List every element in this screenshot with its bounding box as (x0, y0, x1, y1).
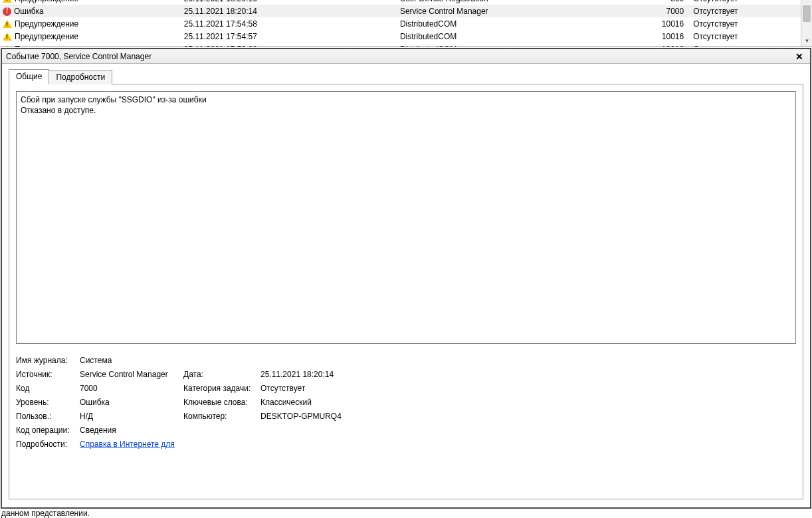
value-log-name: Система (80, 356, 427, 365)
value-task-cat: Отсутствует (260, 384, 427, 393)
scroll-down-button[interactable]: ▼ (801, 35, 812, 47)
value-keywords: Классический (260, 398, 427, 407)
event-list-pane: Предупреждение25.11.2021 18:20:16User De… (0, 0, 812, 47)
value-opcode: Сведения (80, 426, 427, 435)
error-icon (3, 7, 11, 16)
value-computer: DESKTOP-GPMURQ4 (260, 412, 427, 421)
cell-level: Предупреждение (15, 32, 78, 41)
cell-level: Предупреждение (15, 0, 78, 3)
label-opcode: Код операции: (16, 426, 76, 435)
cell-task: Отсутствует (686, 0, 812, 5)
cell-date: 25.11.2021 17:53:02 (181, 43, 397, 47)
cell-level: Предупреждение (15, 19, 78, 29)
cell-task: Отсутствует (686, 17, 812, 30)
cell-source: DistributedCOM (397, 30, 655, 43)
label-more-info: Подробности: (16, 440, 76, 449)
warning-icon (3, 33, 12, 41)
warning-icon (3, 45, 12, 48)
description-line: Отказано в доступе. (21, 105, 791, 116)
cell-date: 25.11.2021 18:20:16 (181, 0, 397, 5)
cell-date: 25.11.2021 18:20:14 (181, 5, 397, 17)
detail-title: Событие 7000, Service Control Manager (6, 52, 152, 61)
label-event-id: Код (16, 384, 76, 393)
cell-task: Отсутствует (686, 5, 812, 17)
cell-event-id: 10016 (655, 43, 686, 47)
cell-source: DistributedCOM (397, 43, 655, 47)
tab-body: Сбой при запуске службы "SSGDIO" из-за о… (9, 84, 803, 499)
label-keywords: Ключевые слова: (183, 398, 256, 407)
table-row[interactable]: Предупреждение25.11.2021 17:54:58Distrib… (0, 17, 812, 30)
cell-task: Отсутствует (686, 43, 812, 47)
event-table[interactable]: Предупреждение25.11.2021 18:20:16User De… (0, 0, 812, 47)
value-source: Service Control Manager (80, 370, 179, 379)
event-description: Сбой при запуске службы "SSGDIO" из-за о… (16, 91, 796, 344)
label-task-cat: Категория задачи: (183, 384, 256, 393)
tab-strip: Общие Подробности (2, 64, 810, 84)
warning-icon (3, 20, 12, 28)
cell-source: Service Control Manager (397, 5, 655, 17)
event-properties: Имя журнала: Система Источник: Service C… (16, 356, 796, 449)
event-detail-pane: Событие 7000, Service Control Manager ✕ … (1, 48, 811, 509)
value-more-info: Справка в Интернете для (80, 440, 427, 449)
cell-source: User Device Registration (397, 0, 655, 5)
value-user: Н/Д (80, 412, 179, 421)
cell-event-id: 10016 (655, 17, 686, 30)
table-row[interactable]: Предупреждение25.11.2021 18:20:16User De… (0, 0, 812, 5)
cell-date: 25.11.2021 17:54:57 (181, 30, 397, 43)
label-source: Источник: (16, 370, 76, 379)
tab-general[interactable]: Общие (9, 69, 49, 84)
help-online-link[interactable]: Справка в Интернете для (80, 440, 175, 449)
scrollbar[interactable]: ▲ ▼ (801, 0, 812, 47)
cell-source: DistributedCOM (397, 17, 655, 30)
cell-level: Предупреждение (15, 45, 78, 48)
cell-level: Ошибка (14, 7, 44, 16)
table-row[interactable]: Предупреждение25.11.2021 17:53:02Distrib… (0, 43, 812, 47)
label-log-name: Имя журнала: (16, 356, 76, 365)
label-date: Дата: (183, 370, 256, 379)
cell-event-id: 7000 (655, 5, 686, 17)
label-level: Уровень: (16, 398, 76, 407)
table-row[interactable]: Предупреждение25.11.2021 17:54:57Distrib… (0, 30, 812, 43)
value-level: Ошибка (80, 398, 179, 407)
description-line: Сбой при запуске службы "SSGDIO" из-за о… (21, 94, 791, 105)
scroll-up-button[interactable]: ▲ (801, 0, 812, 3)
warning-icon (3, 0, 12, 3)
detail-titlebar: Событие 7000, Service Control Manager ✕ (2, 49, 810, 64)
tab-details[interactable]: Подробности (49, 70, 112, 84)
value-event-id: 7000 (80, 384, 179, 393)
scroll-thumb[interactable] (803, 5, 811, 22)
value-date: 25.11.2021 18:20:14 (260, 370, 427, 379)
cell-event-id: 10016 (655, 30, 686, 43)
close-icon[interactable]: ✕ (793, 51, 806, 62)
table-row[interactable]: Ошибка25.11.2021 18:20:14Service Control… (0, 5, 812, 17)
label-computer: Компьютер: (183, 412, 256, 421)
label-user: Пользов.: (16, 412, 76, 421)
cell-task: Отсутствует (686, 30, 812, 43)
cell-event-id: 360 (655, 0, 686, 5)
footer-text: данном представлении. (1, 509, 90, 518)
cell-date: 25.11.2021 17:54:58 (181, 17, 397, 30)
